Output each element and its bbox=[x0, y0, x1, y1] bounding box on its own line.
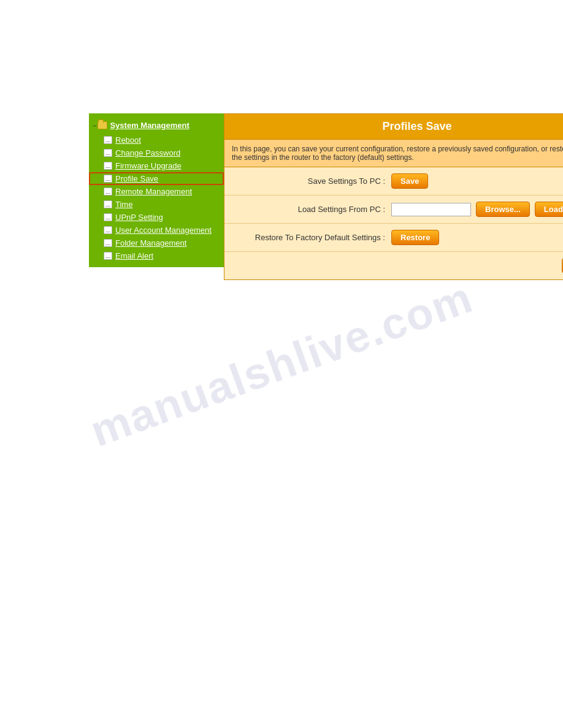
sidebar-item-change-password[interactable]: Change Password bbox=[89, 146, 224, 159]
page-icon-folder-management bbox=[104, 239, 112, 247]
page-icon-user-account-management bbox=[104, 226, 112, 234]
browse-button[interactable]: Browse... bbox=[476, 202, 530, 217]
sidebar-item-profile-save[interactable]: Profile Save bbox=[89, 172, 224, 185]
restore-button[interactable]: Restore bbox=[391, 230, 439, 245]
sidebar-item-label-folder-management: Folder Management bbox=[115, 238, 186, 248]
sidebar-item-reboot[interactable]: Reboot bbox=[89, 134, 224, 146]
sidebar-item-label-firmware-upgrade: Firmware Upgrade bbox=[115, 161, 182, 170]
page-icon-reboot bbox=[104, 136, 112, 144]
sidebar-item-label-email-alert: Email Alert bbox=[115, 251, 153, 260]
sidebar-item-label-reboot: Reboot bbox=[115, 135, 141, 145]
sidebar-item-label-user-account-management: User Account Management bbox=[115, 226, 212, 235]
sidebar: − System Management Reboot Change Passwo… bbox=[89, 113, 224, 267]
page-icon-email-alert bbox=[104, 252, 112, 260]
sidebar-item-email-alert[interactable]: Email Alert bbox=[89, 249, 224, 262]
main-content: Profiles Save In this page, you can save… bbox=[224, 113, 563, 280]
restore-factory-label: Restore To Factory Default Settings : bbox=[232, 233, 385, 242]
sidebar-item-label-upnp-setting: UPnP Setting bbox=[115, 213, 163, 222]
content-body: Save Settings To PC : Save Load Settings… bbox=[224, 167, 563, 251]
save-settings-row: Save Settings To PC : Save bbox=[224, 167, 563, 195]
sidebar-item-label-time: Time bbox=[115, 200, 132, 209]
restore-factory-controls: Restore bbox=[391, 230, 439, 245]
page-icon-firmware-upgrade bbox=[104, 162, 112, 170]
sidebar-item-upnp-setting[interactable]: UPnP Setting bbox=[89, 211, 224, 224]
sidebar-item-time[interactable]: Time bbox=[89, 198, 224, 211]
sidebar-item-label-change-password: Change Password bbox=[115, 148, 180, 157]
sidebar-item-label-remote-management: Remote Management bbox=[115, 187, 192, 196]
content-footer: Apply bbox=[224, 251, 563, 280]
load-settings-row: Load Settings From PC : Browse... Load bbox=[224, 195, 563, 224]
save-settings-label: Save Settings To PC : bbox=[232, 176, 385, 186]
load-button[interactable]: Load bbox=[535, 202, 563, 217]
collapse-icon[interactable]: − bbox=[93, 122, 96, 129]
sidebar-item-firmware-upgrade[interactable]: Firmware Upgrade bbox=[89, 159, 224, 172]
load-settings-input[interactable] bbox=[391, 203, 471, 216]
page-icon-remote-management bbox=[104, 188, 112, 195]
load-settings-controls: Browse... Load bbox=[391, 202, 563, 217]
content-header: Profiles Save bbox=[224, 113, 563, 140]
page-icon-upnp-setting bbox=[104, 213, 112, 221]
sidebar-item-label-profile-save: Profile Save bbox=[115, 174, 158, 183]
save-button[interactable]: Save bbox=[391, 173, 428, 189]
save-settings-controls: Save bbox=[391, 173, 428, 189]
sidebar-item-folder-management[interactable]: Folder Management bbox=[89, 237, 224, 249]
page-icon-time bbox=[104, 200, 112, 208]
content-description: In this page, you can save your current … bbox=[224, 140, 563, 167]
sidebar-item-remote-management[interactable]: Remote Management bbox=[89, 185, 224, 198]
sidebar-item-user-account-management[interactable]: User Account Management bbox=[89, 224, 224, 237]
restore-factory-row: Restore To Factory Default Settings : Re… bbox=[224, 224, 563, 251]
page-icon-profile-save bbox=[104, 175, 112, 183]
page-title: Profiles Save bbox=[382, 120, 451, 132]
load-settings-label: Load Settings From PC : bbox=[232, 205, 385, 214]
page-icon-change-password bbox=[104, 149, 112, 157]
folder-icon bbox=[98, 121, 107, 129]
sidebar-title[interactable]: System Management bbox=[110, 121, 189, 130]
